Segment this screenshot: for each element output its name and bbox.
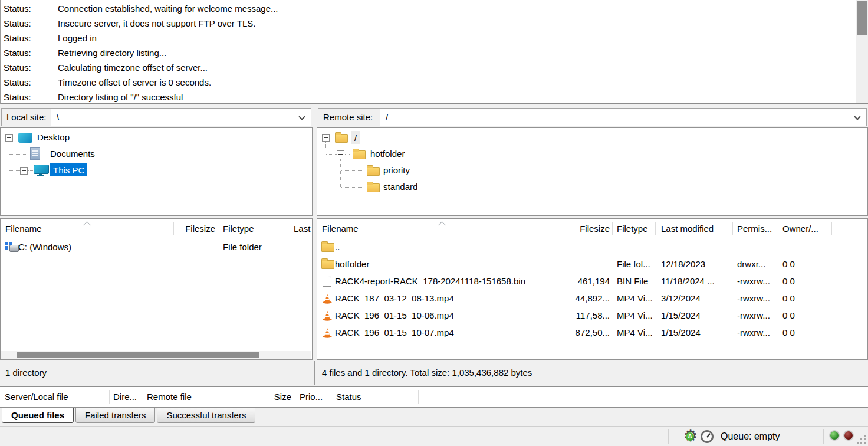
column-header-filename[interactable]: Filename <box>5 219 42 238</box>
message-log-panel: Status:Connection established, waiting f… <box>0 0 868 104</box>
file-type: BIN File <box>617 273 648 290</box>
collapse-expander-icon[interactable] <box>337 150 344 158</box>
tree-item-this-pc[interactable]: This PC <box>50 163 87 176</box>
local-site-combobox[interactable]: \ <box>51 108 311 126</box>
computer-icon <box>34 165 48 176</box>
tree-item-priority[interactable]: priority <box>383 164 410 177</box>
remote-site-combobox[interactable]: / <box>380 108 867 126</box>
column-header-filesize[interactable]: Filesize <box>177 219 215 238</box>
column-resize-handle[interactable] <box>732 222 733 235</box>
log-message: Directory listing of "/" successful <box>58 92 183 102</box>
tree-connector <box>28 170 33 171</box>
file-permissions: drwxr... <box>737 255 765 273</box>
log-scrollbar-thumb[interactable] <box>857 1 867 35</box>
local-file-list: Filename Filesize Filetype Last C: (Wind… <box>0 218 313 360</box>
file-row[interactable]: hotfolder File fol... 12/18/2023 drwxr..… <box>317 255 867 273</box>
column-resize-handle[interactable] <box>612 222 613 235</box>
log-line: Status:Directory listing of "/" successf… <box>1 90 868 104</box>
tree-connector <box>341 170 363 171</box>
log-message: Logged in <box>58 33 97 43</box>
folder-icon <box>367 183 380 192</box>
chevron-down-icon[interactable] <box>854 113 860 120</box>
column-header-status[interactable]: Status <box>336 387 361 406</box>
column-resize-handle[interactable] <box>295 390 295 404</box>
green-indicator-led <box>829 430 840 441</box>
file-name: RACK_196_01-15_10-06.mp4 <box>335 307 454 324</box>
speed-limit-gauge-icon[interactable] <box>701 430 714 443</box>
file-permissions: -rwxrw... <box>737 307 770 324</box>
column-resize-handle[interactable] <box>139 390 139 404</box>
file-owner: 0 0 <box>782 307 795 324</box>
column-header-size[interactable]: Size <box>254 387 291 406</box>
file-row[interactable]: .. <box>317 238 867 255</box>
bottom-status-bar: ⚙ A Queue: empty <box>0 426 868 446</box>
file-row[interactable]: RACK_196_01-15_10-07.mp4 872,50... MP4 V… <box>317 324 867 341</box>
column-resize-handle[interactable] <box>778 222 778 235</box>
log-line: Status:Connection established, waiting f… <box>1 1 868 16</box>
tree-item-documents[interactable]: Documents <box>50 147 95 160</box>
column-resize-handle[interactable] <box>290 222 290 235</box>
local-horizontal-scrollbar[interactable] <box>1 351 311 359</box>
chevron-down-icon[interactable] <box>298 113 305 120</box>
column-resize-handle[interactable] <box>563 222 563 235</box>
column-header-filename[interactable]: Filename <box>322 219 359 238</box>
file-type: MP4 Vi... <box>617 290 653 307</box>
file-size: 872,50... <box>563 324 610 341</box>
collapse-expander-icon[interactable] <box>5 134 13 142</box>
column-header-server-local-file[interactable]: Server/Local file <box>5 387 68 406</box>
vlc-cone-icon <box>322 293 333 304</box>
column-resize-handle[interactable] <box>328 390 328 404</box>
column-resize-handle[interactable] <box>109 390 110 404</box>
folder-icon <box>321 243 334 252</box>
column-header-filetype[interactable]: Filetype <box>223 219 254 238</box>
tab-failed-transfers[interactable]: Failed transfers <box>75 408 155 423</box>
column-header-permissions[interactable]: Permis... <box>737 219 772 238</box>
file-permissions: -rwxrw... <box>737 324 770 341</box>
file-name: hotfolder <box>335 255 369 273</box>
tab-successful-transfers[interactable]: Successful transfers <box>157 408 255 423</box>
remote-file-list-header: Filename Filesize Filetype Last modified… <box>317 219 867 238</box>
file-row[interactable]: RACK4-report-RACK_178-20241118-151658.bi… <box>317 273 867 290</box>
column-header-last-modified[interactable]: Last modified <box>661 219 714 238</box>
tree-item-hotfolder[interactable]: hotfolder <box>370 147 405 160</box>
column-header-filetype[interactable]: Filetype <box>617 219 648 238</box>
log-line: Status:Insecure server, it does not supp… <box>1 16 868 31</box>
column-resize-handle[interactable] <box>251 390 251 404</box>
tree-connector <box>340 159 341 187</box>
window-resize-grip[interactable] <box>864 442 866 444</box>
remote-file-list: Filename Filesize Filetype Last modified… <box>317 218 868 360</box>
file-type: File folder <box>223 238 262 255</box>
file-row[interactable]: RACK_196_01-15_10-06.mp4 117,58... MP4 V… <box>317 307 867 324</box>
remote-site-label: Remote site: <box>318 108 380 126</box>
vlc-cone-icon <box>322 327 333 338</box>
tree-connector <box>9 154 28 155</box>
remote-sitebar: Remote site: / <box>317 107 868 127</box>
column-resize-handle[interactable] <box>831 222 832 235</box>
file-type: MP4 Vi... <box>617 307 653 324</box>
expand-expander-icon[interactable] <box>20 167 28 175</box>
column-resize-handle[interactable] <box>219 222 219 235</box>
local-scrollbar-thumb[interactable] <box>17 352 259 358</box>
column-resize-handle[interactable] <box>418 390 419 404</box>
column-resize-handle[interactable] <box>655 222 656 235</box>
column-header-remote-file[interactable]: Remote file <box>147 387 192 406</box>
log-message: Calculating timezone offset of server... <box>58 63 208 73</box>
column-header-owner[interactable]: Owner/... <box>782 219 818 238</box>
tree-item-desktop[interactable]: Desktop <box>37 131 70 144</box>
tree-item-root[interactable]: / <box>351 131 360 144</box>
column-header-filesize[interactable]: Filesize <box>565 219 610 238</box>
tab-queued-files[interactable]: Queued files <box>2 408 74 423</box>
file-row[interactable]: C: (Windows) File folder <box>1 238 312 255</box>
column-header-direction[interactable]: Dire... <box>113 387 137 406</box>
collapse-expander-icon[interactable] <box>322 134 330 142</box>
log-status-label: Status: <box>4 16 58 31</box>
log-status-label: Status: <box>4 90 58 104</box>
tree-item-standard[interactable]: standard <box>383 181 417 194</box>
transfer-queue-panel: Server/Local file Dire... Remote file Si… <box>0 386 868 408</box>
column-header-priority[interactable]: Prio... <box>300 387 323 406</box>
file-row[interactable]: RACK_187_03-12_08-13.mp4 44,892... MP4 V… <box>317 290 867 307</box>
column-resize-handle[interactable] <box>173 222 174 235</box>
log-scrollbar[interactable] <box>856 0 868 103</box>
file-last-modified: 11/18/2024 ... <box>661 273 715 290</box>
column-header-last-modified[interactable]: Last <box>294 219 310 238</box>
